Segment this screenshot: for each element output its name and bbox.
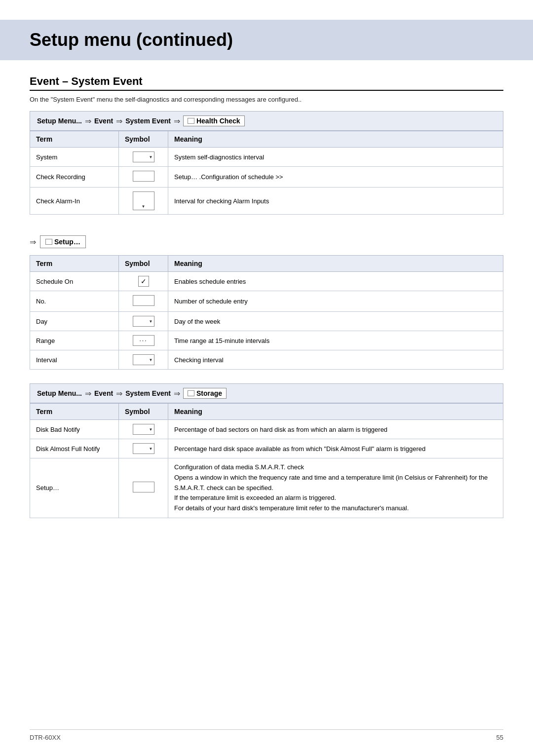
symbol-day xyxy=(119,312,168,331)
breadcrumb2-arrow-1: ⇒ xyxy=(85,389,91,398)
breadcrumb-arrow-1: ⇒ xyxy=(85,116,91,126)
breadcrumb2-item-3: System Event xyxy=(125,389,171,397)
term-range: Range xyxy=(30,331,119,350)
table-storage: Term Symbol Meaning Disk Bad Notify Perc… xyxy=(30,403,503,518)
breadcrumb-1: Setup Menu... ⇒ Event ⇒ System Event ⇒ H… xyxy=(30,111,503,131)
col-header-symbol-2: Symbol xyxy=(119,256,168,272)
symbol-range: ··· xyxy=(119,331,168,350)
dropdown-icon-disk-full[interactable] xyxy=(133,443,154,454)
symbol-check-alarm xyxy=(119,188,168,215)
page-title: Setup menu (continued) xyxy=(30,30,233,50)
table-row: Check Recording Setup… .Configuration of… xyxy=(30,167,503,188)
symbol-setup-smart xyxy=(119,458,168,518)
term-check-alarm: Check Alarm-In xyxy=(30,188,119,215)
symbol-system xyxy=(119,148,168,167)
breadcrumb-box-1: Health Check xyxy=(183,115,245,126)
table-row: Disk Bad Notify Percentage of bad sector… xyxy=(30,420,503,439)
table-row: No. Number of schedule entry xyxy=(30,291,503,312)
symbol-no xyxy=(119,291,168,312)
table-row: Day Day of the week xyxy=(30,312,503,331)
setup-arrow-icon: ⇒ xyxy=(30,237,36,247)
meaning-disk-bad: Percentage of bad sectors on hard disk a… xyxy=(168,420,503,439)
col-header-meaning-1: Meaning xyxy=(168,131,503,148)
col-header-term-2: Term xyxy=(30,256,119,272)
setup-box-icon xyxy=(45,239,52,245)
dropdown-icon-interval[interactable] xyxy=(133,354,154,365)
box-icon-no xyxy=(133,295,154,306)
meaning-system: System self-diagnostics interval xyxy=(168,148,503,167)
breadcrumb-item-3: System Event xyxy=(125,117,171,125)
meaning-range: Time range at 15-minute intervals xyxy=(168,331,503,350)
meaning-day: Day of the week xyxy=(168,312,503,331)
breadcrumb2-item-2: Event xyxy=(94,389,113,397)
page-header: Setup menu (continued) xyxy=(0,20,533,60)
dropdown-icon-day[interactable] xyxy=(133,316,154,327)
section-event-system: Event – System Event On the "System Even… xyxy=(30,75,503,215)
symbol-interval xyxy=(119,350,168,370)
ellipsis-icon[interactable]: ··· xyxy=(133,335,154,346)
breadcrumb-label-2: Storage xyxy=(196,389,222,397)
meaning-check-recording: Setup… .Configuration of schedule >> xyxy=(168,167,503,188)
section-title-1: Event – System Event xyxy=(30,75,503,91)
term-setup-smart: Setup… xyxy=(30,458,119,518)
breadcrumb-box-icon-2 xyxy=(188,390,194,396)
meaning-no: Number of schedule entry xyxy=(168,291,503,312)
table-schedule: Term Symbol Meaning Schedule On ✓ Enable… xyxy=(30,255,503,370)
setup-box[interactable]: Setup… xyxy=(40,235,86,248)
symbol-disk-full xyxy=(119,439,168,458)
table-row: System System self-diagnostics interval xyxy=(30,148,503,167)
breadcrumb-item-2: Event xyxy=(94,117,113,125)
term-interval: Interval xyxy=(30,350,119,370)
check-icon[interactable]: ✓ xyxy=(138,276,149,287)
term-check-recording: Check Recording xyxy=(30,167,119,188)
table-row: Disk Almost Full Notify Percentage hard … xyxy=(30,439,503,458)
table-health-check: Term Symbol Meaning System System self-d… xyxy=(30,131,503,215)
breadcrumb-arrow-2: ⇒ xyxy=(116,116,122,126)
col-header-meaning-2: Meaning xyxy=(168,256,503,272)
term-schedule-on: Schedule On xyxy=(30,272,119,291)
breadcrumb-box-2: Storage xyxy=(183,388,227,399)
section-desc-1: On the "System Event" menu the self-diag… xyxy=(30,96,503,103)
section-storage: Setup Menu... ⇒ Event ⇒ System Event ⇒ S… xyxy=(30,383,503,518)
term-no: No. xyxy=(30,291,119,312)
setup-arrow-row: ⇒ Setup… xyxy=(30,228,503,255)
table-row: Interval Checking interval xyxy=(30,350,503,370)
col-header-symbol-1: Symbol xyxy=(119,131,168,148)
table-row: Setup… Configuration of data media S.M.A… xyxy=(30,458,503,518)
breadcrumb-2: Setup Menu... ⇒ Event ⇒ System Event ⇒ S… xyxy=(30,383,503,403)
meaning-schedule-on: Enables schedule entries xyxy=(168,272,503,291)
dropdown-tall-icon[interactable] xyxy=(133,191,154,210)
breadcrumb-label-1: Health Check xyxy=(196,117,240,125)
setup-label: Setup… xyxy=(54,238,80,246)
footer-model: DTR-60XX xyxy=(30,734,61,741)
dropdown-icon-disk-bad[interactable] xyxy=(133,424,154,435)
term-system: System xyxy=(30,148,119,167)
table-row: Check Alarm-In Interval for checking Ala… xyxy=(30,188,503,215)
box-icon-smart xyxy=(133,482,154,492)
breadcrumb2-item-1: Setup Menu... xyxy=(37,389,82,397)
table-row: Range ··· Time range at 15-minute interv… xyxy=(30,331,503,350)
meaning-check-alarm: Interval for checking Alarm Inputs xyxy=(168,188,503,215)
term-disk-full: Disk Almost Full Notify xyxy=(30,439,119,458)
breadcrumb2-arrow-2: ⇒ xyxy=(116,389,122,398)
footer-page-number: 55 xyxy=(496,734,503,741)
section-schedule: Term Symbol Meaning Schedule On ✓ Enable… xyxy=(30,255,503,370)
col-header-term-3: Term xyxy=(30,404,119,420)
symbol-disk-bad xyxy=(119,420,168,439)
col-header-symbol-3: Symbol xyxy=(119,404,168,420)
meaning-setup-smart: Configuration of data media S.M.A.R.T. c… xyxy=(168,458,503,518)
dropdown-icon[interactable] xyxy=(133,151,154,162)
col-header-term-1: Term xyxy=(30,131,119,148)
table-row: Schedule On ✓ Enables schedule entries xyxy=(30,272,503,291)
symbol-schedule-on: ✓ xyxy=(119,272,168,291)
box-icon xyxy=(133,171,154,182)
breadcrumb2-arrow-3: ⇒ xyxy=(174,389,180,398)
term-day: Day xyxy=(30,312,119,331)
term-disk-bad: Disk Bad Notify xyxy=(30,420,119,439)
page-footer: DTR-60XX 55 xyxy=(30,729,503,741)
col-header-meaning-3: Meaning xyxy=(168,404,503,420)
breadcrumb-box-icon-1 xyxy=(188,118,194,124)
meaning-disk-full: Percentage hard disk space available as … xyxy=(168,439,503,458)
meaning-interval: Checking interval xyxy=(168,350,503,370)
symbol-check-recording xyxy=(119,167,168,188)
